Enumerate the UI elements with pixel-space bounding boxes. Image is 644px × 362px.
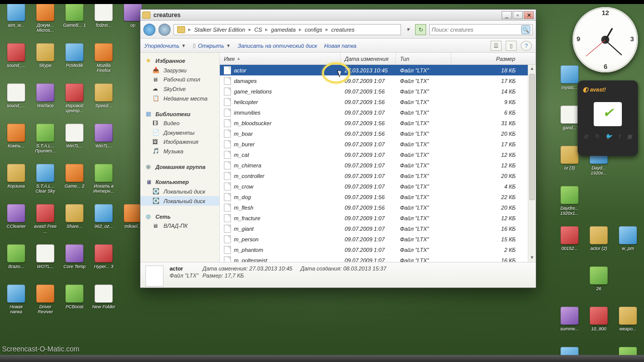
- desktop-icon[interactable]: PcMedik: [61, 43, 88, 81]
- desktop-icon[interactable]: 962_oz...: [91, 204, 117, 242]
- sidebar-group-network[interactable]: ◎Сеть: [140, 212, 219, 221]
- desktop-icon[interactable]: Speed...: [91, 83, 117, 122]
- table-row[interactable]: actor27.03.2013 10:45Файл "LTX"18 КБ: [220, 65, 536, 75]
- desktop-icon[interactable]: Компь...: [3, 124, 29, 162]
- table-row[interactable]: m_dog09.07.2009 1:56Файл "LTX"22 КБ: [220, 192, 536, 202]
- desktop-icon[interactable]: CCleaner: [3, 204, 29, 242]
- sidebar-item[interactable]: ☁SkyDrive: [140, 84, 219, 94]
- table-row[interactable]: m_boar09.07.2009 1:56Файл "LTX"20 КБ: [220, 128, 536, 139]
- help-button[interactable]: ?: [521, 41, 532, 51]
- desktop-icon[interactable]: Brazo...: [3, 244, 29, 283]
- desktop-icon[interactable]: weapo...: [615, 307, 641, 345]
- desktop-icon[interactable]: Корзина: [3, 164, 29, 202]
- column-header-size[interactable]: Размер: [451, 53, 536, 64]
- table-row[interactable]: m_giant09.07.2009 1:07Файл "LTX"16 КБ: [220, 223, 536, 234]
- titlebar[interactable]: creatures _ ▫ ✕: [140, 10, 536, 21]
- desktop-icon[interactable]: fcdzxt...: [91, 3, 117, 41]
- desktop-icon[interactable]: 26: [586, 266, 612, 305]
- sidebar-item[interactable]: 🖼Изображения: [140, 137, 219, 146]
- path-dropdown[interactable]: ▾: [404, 26, 412, 33]
- desktop-icon[interactable]: avast! Free ...: [32, 204, 58, 242]
- new-folder-button[interactable]: Новая папка: [324, 43, 356, 49]
- open-button[interactable]: ▯ Открыть ▼: [193, 42, 230, 49]
- desktop-icon[interactable]: Game... 2: [61, 164, 88, 202]
- sidebar-group-computer[interactable]: 🖥Компьютер: [140, 177, 219, 187]
- desktop-icon[interactable]: w_pm: [615, 226, 641, 264]
- desktop-icon[interactable]: WOTL...: [32, 244, 58, 283]
- table-row[interactable]: m_fracture09.07.2009 1:07Файл "LTX"12 КБ: [220, 213, 536, 223]
- search-input[interactable]: [432, 27, 521, 33]
- column-header-date[interactable]: Дата изменения: [341, 53, 396, 64]
- sidebar-item[interactable]: 💽Локальный диск: [140, 187, 219, 196]
- table-row[interactable]: m_bloodsucker09.07.2009 1:56Файл "LTX"31…: [220, 118, 536, 128]
- column-header-type[interactable]: Тип: [396, 53, 451, 64]
- sidebar-group-homegroup[interactable]: ◉Домашняя группа: [140, 162, 219, 171]
- sidebar-group-libraries[interactable]: ▧Библиотеки: [140, 109, 219, 119]
- desktop-icon[interactable]: Skype: [32, 43, 58, 81]
- sidebar-item[interactable]: 🎵Музыка: [140, 146, 219, 156]
- table-row[interactable]: m_flesh09.07.2009 1:56Файл "LTX"20 КБ: [220, 202, 536, 213]
- table-row[interactable]: m_cat09.07.2009 1:07Файл "LTX"12 КБ: [220, 149, 536, 160]
- sidebar-item[interactable]: 📄Документы: [140, 128, 219, 137]
- view-options-button[interactable]: ☰ ▼: [491, 41, 502, 51]
- scroll-thumb[interactable]: [529, 74, 535, 200]
- desktop-icon[interactable]: New Folder: [91, 285, 117, 323]
- desktop-icon[interactable]: actor (2): [586, 226, 612, 264]
- sidebar-item[interactable]: 📥Загрузки: [140, 65, 219, 75]
- desktop-icon[interactable]: Win7L...: [91, 124, 117, 162]
- desktop-icon[interactable]: Hyper... 3: [91, 244, 117, 283]
- breadcrumb-segment[interactable]: configs: [305, 27, 323, 33]
- table-row[interactable]: immunities09.07.2009 1:07Файл "LTX"6 КБ: [220, 107, 536, 118]
- minimize-button[interactable]: _: [502, 11, 512, 19]
- desktop-icon[interactable]: Докум... Micros...: [32, 3, 58, 41]
- breadcrumb-segment[interactable]: creatures: [332, 27, 355, 33]
- table-row[interactable]: m_poltergeist09.07.2009 1:07Файл "LTX"16…: [220, 255, 536, 262]
- preview-pane-button[interactable]: ▯: [506, 41, 517, 51]
- table-row[interactable]: damages09.07.2009 1:07Файл "LTX"17 КБ: [220, 75, 536, 86]
- maximize-button[interactable]: ▫: [513, 11, 523, 19]
- desktop-icon[interactable]: summe...: [556, 307, 583, 345]
- sidebar-item[interactable]: 🖥ВЛАД-ПК: [140, 221, 219, 230]
- table-row[interactable]: m_person09.07.2009 1:07Файл "LTX"15 КБ: [220, 234, 536, 244]
- table-row[interactable]: m_burer09.07.2009 1:07Файл "LTX"17 КБ: [220, 139, 536, 149]
- desktop-icon[interactable]: S.T.A.L... Clear Sky: [32, 164, 58, 202]
- table-row[interactable]: helicopter09.07.2009 1:56Файл "LTX"9 КБ: [220, 97, 536, 107]
- desktop-icon[interactable]: Mozilla Firefox: [91, 43, 117, 81]
- sidebar-item[interactable]: 🎞Видео: [140, 119, 219, 128]
- close-button[interactable]: ✕: [524, 11, 534, 19]
- refresh-button[interactable]: ↻: [415, 24, 426, 35]
- desktop-icon[interactable]: 10_800: [586, 307, 612, 345]
- table-row[interactable]: game_relations09.07.2009 1:56Файл "LTX"1…: [220, 86, 536, 97]
- desktop-icon[interactable]: Daydre... 1920x1...: [556, 186, 583, 224]
- table-row[interactable]: m_crow09.07.2009 1:07Файл "LTX"4 КБ: [220, 181, 536, 192]
- desktop-icon[interactable]: Share...: [61, 204, 88, 242]
- table-row[interactable]: m_phantom09.07.2009 1:07Файл "LTX"2 КБ: [220, 244, 536, 255]
- desktop-icon[interactable]: Win7L...: [61, 124, 88, 162]
- desktop-icon[interactable]: Искать в Интерн...: [91, 164, 117, 202]
- scroll-up-icon[interactable]: ▲: [528, 65, 536, 73]
- scroll-down-icon[interactable]: ▼: [528, 254, 536, 262]
- desktop-icon[interactable]: PCBoost: [61, 285, 88, 323]
- sidebar-item[interactable]: 💽Локальный диск: [140, 196, 219, 206]
- search-icon[interactable]: 🔍: [521, 25, 530, 34]
- desktop-icon[interactable]: sound_...: [3, 43, 29, 81]
- sidebar-item[interactable]: 🖥Рабочий стол: [140, 75, 219, 84]
- desktop-icon[interactable]: GameB... 1: [61, 3, 88, 41]
- breadcrumb-segment[interactable]: gamedata: [271, 27, 296, 33]
- scrollbar[interactable]: ▲ ▼: [528, 65, 536, 262]
- search-box[interactable]: 🔍: [429, 24, 533, 35]
- forward-button[interactable]: [158, 24, 171, 36]
- column-header-name[interactable]: Имя ▲: [220, 53, 341, 64]
- taskbar[interactable]: [0, 355, 644, 362]
- sidebar-group-favorites[interactable]: ★Избранное: [140, 56, 219, 65]
- desktop-icon[interactable]: Core Temp: [61, 244, 88, 283]
- breadcrumb-segment[interactable]: CS: [255, 27, 262, 33]
- desktop-icon[interactable]: aim_w...: [3, 3, 29, 41]
- desktop-icon[interactable]: Новая папка: [3, 285, 29, 323]
- breadcrumb[interactable]: ▸ Stalker Silver Edition▸CS▸gamedata▸con…: [174, 24, 401, 35]
- table-row[interactable]: m_controller09.07.2009 1:07Файл "LTX"20 …: [220, 170, 536, 181]
- back-button[interactable]: [143, 24, 155, 36]
- desktop-icon[interactable]: S.T.A.L... Припят...: [32, 124, 58, 162]
- desktop-icon[interactable]: sound_...: [3, 83, 29, 122]
- sidebar-item[interactable]: 📋Недавние места: [140, 94, 219, 103]
